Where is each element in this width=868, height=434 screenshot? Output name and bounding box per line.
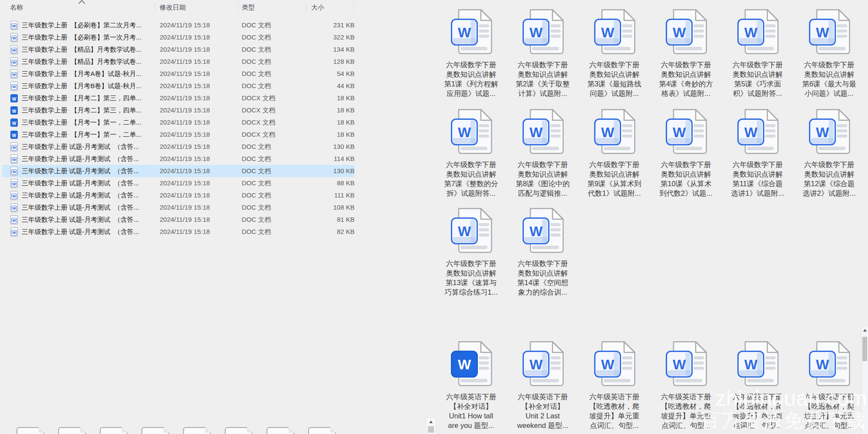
file-name-label: 六年级数学下册 奥数知识点讲解 第7课《整数的分 拆》试题附答...	[444, 160, 498, 198]
scroll-up-button[interactable]	[861, 326, 868, 334]
file-date-modified: 2024/11/19 15:18	[160, 70, 210, 77]
file-icon-item[interactable]: W 六年级数学下册 奥数知识点讲解 第6课《最大与最 小问题》试题...	[793, 9, 865, 98]
partial-file-icon[interactable]	[266, 427, 294, 434]
file-size: 130 KB	[333, 167, 355, 174]
file-row[interactable]: W 三年级数学上册 【月考一】第一，二单... 2024/11/19 15:18…	[2, 116, 355, 128]
file-icon-item[interactable]: W 六年级英语下册 【补全对话】 Unit 2 Last weekend 题型.…	[507, 341, 579, 430]
file-date-modified: 2024/11/19 15:18	[160, 167, 210, 174]
file-name: 三年级数学上册 试题-月考测试 （含答...	[22, 143, 139, 151]
svg-text:W: W	[457, 357, 471, 372]
column-header-date-modified[interactable]: 修改日期	[160, 3, 186, 12]
svg-text:W: W	[457, 25, 471, 40]
file-icon-item[interactable]: W 六年级数学下册 奥数知识点讲解 第12课《综合题 选讲2》试题附...	[793, 108, 865, 198]
file-name-label: 六年级数学下册 奥数知识点讲解 第8课《图论中的 匹配与逻辑推...	[516, 160, 570, 198]
word-file-icon: W	[665, 9, 707, 55]
file-type: DOC 文档	[242, 191, 271, 200]
file-icon-item[interactable]: W 六年级数学下册 奥数知识点讲解 第2课《关于取整 计算》试题附...	[507, 9, 579, 98]
file-row[interactable]: W 三年级数学上册 【月考B卷】试题-秋月... 2024/11/19 15:1…	[2, 80, 355, 92]
word-file-icon: W	[665, 108, 707, 155]
file-icon-item[interactable]: W 六年级数学下册 奥数知识点讲解 第13课《速算与 巧算综合练习1...	[435, 207, 507, 297]
file-icon-item[interactable]: W 六年级数学下册 奥数知识点讲解 第10课《从算术 到代数2》试题...	[650, 108, 722, 198]
file-date-modified: 2024/11/19 15:18	[160, 94, 210, 102]
file-row[interactable]: W 三年级数学上册 试题-月考测试 （含答... 2024/11/19 15:1…	[2, 189, 355, 201]
file-explorer-screen: 名称 修改日期 类型 大小 W 三年级数学上册 【必刷卷】第二次月考... 20…	[0, 0, 868, 434]
file-name-label: 六年级数学下册 奥数知识点讲解 第1课《列方程解 应用题》试题...	[444, 60, 498, 98]
file-row[interactable]: W 三年级数学上册 试题-月考测试 （含答... 2024/11/19 15:1…	[2, 214, 355, 226]
file-size: 18 KB	[337, 94, 355, 102]
file-row[interactable]: W 三年级数学上册 【月考二】第三，四单... 2024/11/19 15:18…	[2, 92, 355, 104]
word-doc-icon: W	[10, 118, 18, 127]
file-row[interactable]: W 三年级数学上册 试题-月考测试 （含答... 2024/11/19 15:1…	[2, 141, 355, 153]
file-row[interactable]: W 三年级数学上册 【必刷卷】第二次月考... 2024/11/19 15:18…	[2, 19, 355, 31]
file-row[interactable]: W 三年级数学上册 试题-月考测试 （含答... 2024/11/19 15:1…	[2, 177, 355, 189]
partial-file-icon[interactable]	[141, 427, 169, 434]
svg-text:W: W	[601, 357, 614, 372]
file-size: 134 KB	[333, 46, 355, 53]
file-type: DOCX 文档	[242, 106, 276, 115]
sort-ascending-icon[interactable]	[79, 0, 85, 7]
page-fold-icon	[289, 427, 294, 433]
file-row[interactable]: W 三年级数学上册 试题-月考测试 （含答... 2024/11/19 15:1…	[2, 153, 355, 165]
partial-file-icon[interactable]	[100, 427, 128, 434]
word-file-icon: W	[593, 108, 636, 155]
svg-text:W: W	[457, 125, 471, 140]
column-header-name[interactable]: 名称	[10, 3, 23, 12]
file-row[interactable]: W 三年级数学上册 【月考A卷】试题-秋月... 2024/11/19 15:1…	[2, 68, 355, 80]
file-type: DOC 文档	[242, 179, 271, 187]
file-size: 128 KB	[333, 58, 355, 65]
file-icon-item[interactable]: W 六年级英语下册 【补全对话】 Unit1 How tall are you …	[435, 341, 507, 430]
file-icon-item[interactable]: W 六年级数学下册 奥数知识点讲解 第14课《空间想 象力的综合训...	[507, 207, 579, 297]
page-fold-icon	[122, 427, 128, 433]
scrollbar-thumb[interactable]	[862, 337, 867, 361]
file-icon-item[interactable]: W 六年级数学下册 奥数知识点讲解 第9课《从算术到 代数1》试题附...	[579, 108, 650, 198]
partial-file-icon[interactable]	[308, 427, 336, 434]
column-separator[interactable]	[238, 3, 238, 13]
file-row[interactable]: W 三年级数学上册 试题-月考测试 （含答... 2024/11/19 15:1…	[2, 201, 355, 214]
word-doc-icon: W	[10, 203, 18, 212]
partial-file-icon[interactable]	[58, 427, 86, 434]
file-row[interactable]: W 三年级数学上册 【精品】月考数学试卷... 2024/11/19 15:18…	[2, 56, 355, 68]
file-name: 三年级数学上册 试题-月考测试 （含答...	[22, 216, 139, 224]
column-separator[interactable]	[155, 3, 155, 13]
svg-text:W: W	[457, 224, 471, 239]
file-icon-item[interactable]: W 六年级数学下册 奥数知识点讲解 第5课《巧求面 积》试题附答...	[722, 9, 793, 98]
column-separator[interactable]	[354, 3, 354, 13]
column-separator[interactable]	[306, 3, 306, 13]
word-doc-icon: W	[10, 94, 18, 102]
partial-file-icon[interactable]	[225, 427, 253, 434]
file-icon-item[interactable]: W 六年级数学下册 奥数知识点讲解 第4课《奇妙的方 格表》试题附...	[650, 9, 722, 98]
partial-file-icon[interactable]	[183, 427, 211, 434]
file-icon-item[interactable]: W 六年级英语下册 【吃透教材，爬 坡提升】单元重 点词汇、句型...	[650, 341, 722, 430]
file-icon-item[interactable]: W 六年级数学下册 奥数知识点讲解 第1课《列方程解 应用题》试题...	[435, 9, 507, 98]
file-row[interactable]: W 三年级数学上册 【月考一】第一，二单... 2024/11/19 15:18…	[2, 128, 355, 141]
svg-text:W: W	[672, 25, 686, 40]
file-icon-item[interactable]: W 六年级数学下册 奥数知识点讲解 第3课《最短路线 问题》试题附...	[579, 9, 650, 98]
file-icon-item[interactable]: W 六年级英语下册 【吃透教材，爬 坡提升】单元重 点词汇、句型...	[793, 341, 865, 430]
bottom-left-scrollbar[interactable]	[426, 418, 436, 434]
scrollbar-thumb[interactable]	[428, 426, 434, 433]
file-size: 88 KB	[337, 179, 355, 187]
file-size: 111 KB	[334, 191, 355, 199]
scroll-up-button[interactable]	[426, 419, 436, 425]
file-name-label: 六年级数学下册 奥数知识点讲解 第5课《巧求面 积》试题附答...	[733, 60, 783, 98]
file-icon-item[interactable]: W 六年级数学下册 奥数知识点讲解 第8课《图论中的 匹配与逻辑推...	[507, 108, 579, 198]
word-doc-icon: W	[10, 179, 18, 187]
file-type: DOCX 文档	[242, 131, 276, 139]
file-date-modified: 2024/11/19 15:18	[160, 216, 210, 223]
file-date-modified: 2024/11/19 15:18	[160, 228, 210, 235]
file-name: 三年级数学上册 【必刷卷】第一次月考...	[22, 33, 141, 42]
word-file-icon: W	[665, 341, 707, 387]
file-icon-item[interactable]: W 六年级数学下册 奥数知识点讲解 第11课《综合题 选讲1》试题附...	[722, 108, 793, 198]
right-scrollbar[interactable]	[861, 326, 868, 434]
file-icon-item[interactable]: W 六年级英语下册 【吃透教材，爬 坡提升】单元重 点词汇、句型...	[579, 341, 650, 430]
file-icon-item[interactable]: W 六年级英语下册 【吃透教材，爬 坡提升】单元重 点词汇、句型...	[722, 341, 793, 430]
file-row[interactable]: W 三年级数学上册 【精品】月考数学试卷... 2024/11/19 15:18…	[2, 43, 355, 56]
file-row[interactable]: W 三年级数学上册 【月考二】第三，四单... 2024/11/19 15:18…	[2, 104, 355, 116]
column-header-size[interactable]: 大小	[311, 3, 324, 12]
file-icon-item[interactable]: W 六年级数学下册 奥数知识点讲解 第7课《整数的分 拆》试题附答...	[435, 108, 507, 198]
file-row[interactable]: W 三年级数学上册 试题-月考测试 （含答... 2024/11/19 15:1…	[2, 165, 355, 177]
column-header-type[interactable]: 类型	[242, 3, 255, 12]
file-row[interactable]: W 三年级数学上册 【必刷卷】第一次月考... 2024/11/19 15:18…	[2, 31, 355, 43]
partial-file-icon[interactable]	[16, 427, 44, 434]
file-row[interactable]: W 三年级数学上册 试题-月考测试 （含答... 2024/11/19 15:1…	[2, 226, 355, 238]
